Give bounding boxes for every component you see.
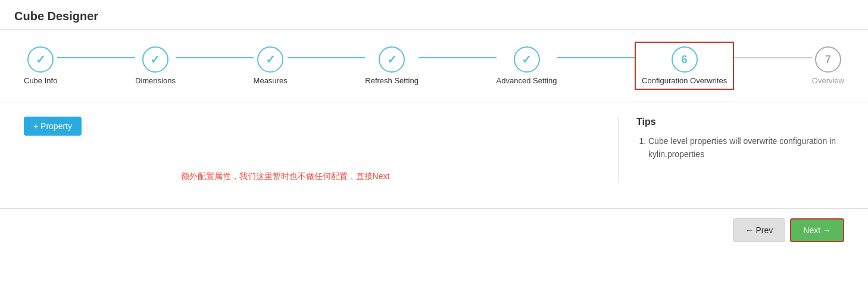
step-4-check: ✓: [387, 52, 397, 67]
connector-6-7: [734, 57, 812, 58]
step-1[interactable]: ✓ Cube Info: [24, 46, 57, 85]
step-3[interactable]: ✓ Measures: [254, 46, 288, 85]
step-6[interactable]: 6 Configuration Overwrites: [635, 42, 734, 90]
step-6-highlight: 6 Configuration Overwrites: [635, 42, 734, 90]
step-7-circle: 7: [815, 46, 841, 73]
step-5-label: Advanced Setting: [497, 76, 557, 85]
step-4-label: Refresh Setting: [365, 76, 419, 85]
step-1-check: ✓: [36, 52, 46, 67]
step-4-circle: ✓: [379, 46, 405, 73]
add-property-button[interactable]: + Property: [24, 117, 82, 136]
content-section: + Property 额外配置属性，我们这里暂时也不做任何配置，直接Next T…: [0, 102, 868, 196]
tips-item-1: Cube level properties will overwrite con…: [648, 134, 844, 161]
step-4[interactable]: ✓ Refresh Setting: [365, 46, 419, 85]
step-7[interactable]: 7 Overview: [812, 46, 844, 85]
left-content: + Property 额外配置属性，我们这里暂时也不做任何配置，直接Next: [24, 117, 594, 182]
connector-2-3: [176, 57, 254, 58]
next-button[interactable]: Next →: [790, 218, 844, 242]
step-6-circle: 6: [672, 46, 698, 73]
stepper-section: ✓ Cube Info ✓ Dimensions ✓ Measures: [0, 30, 868, 102]
step-2-check: ✓: [150, 52, 160, 67]
step-3-check: ✓: [266, 52, 276, 67]
step-6-number: 6: [682, 54, 688, 66]
step-3-circle: ✓: [257, 46, 283, 73]
footer-section: ← Prev Next →: [0, 208, 868, 252]
connector-3-4: [288, 57, 366, 58]
tips-title: Tips: [636, 117, 844, 127]
step-2[interactable]: ✓ Dimensions: [135, 46, 176, 85]
step-7-label: Overview: [812, 76, 844, 85]
step-6-label: Configuration Overwrites: [642, 76, 727, 85]
tips-section: Tips Cube level properties will overwrit…: [618, 117, 844, 182]
step-2-circle: ✓: [142, 46, 168, 73]
step-1-label: Cube Info: [24, 76, 57, 85]
step-5[interactable]: ✓ Advanced Setting: [497, 46, 557, 85]
step-7-number: 7: [825, 54, 831, 66]
connector-5-6: [557, 57, 635, 58]
annotation-text: 额外配置属性，我们这里暂时也不做任何配置，直接Next: [24, 171, 594, 182]
connector-1-2: [57, 57, 135, 58]
tips-list: Cube level properties will overwrite con…: [636, 134, 844, 161]
stepper: ✓ Cube Info ✓ Dimensions ✓ Measures: [24, 42, 844, 90]
step-1-circle: ✓: [27, 46, 54, 73]
step-5-check: ✓: [522, 52, 532, 67]
step-3-label: Measures: [254, 76, 288, 85]
page-title: Cube Designer: [14, 10, 98, 23]
step-2-label: Dimensions: [135, 76, 176, 85]
connector-4-5: [419, 57, 497, 58]
header: Cube Designer: [0, 0, 868, 30]
step-5-circle: ✓: [514, 46, 540, 73]
page-wrapper: Cube Designer ✓ Cube Info ✓ Dimensions: [0, 0, 868, 304]
prev-button[interactable]: ← Prev: [733, 218, 786, 242]
